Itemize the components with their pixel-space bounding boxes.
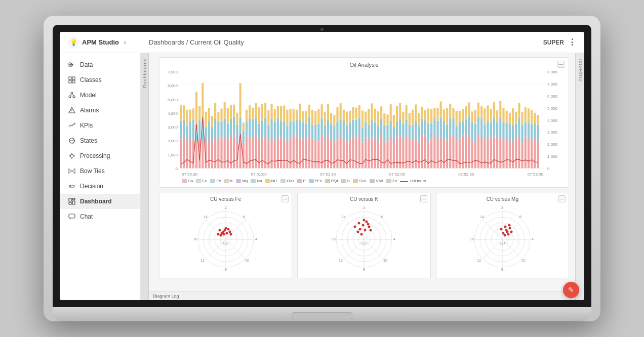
svg-rect-295	[449, 136, 451, 168]
svg-rect-174	[320, 104, 323, 118]
svg-rect-316	[471, 141, 473, 168]
svg-rect-192	[340, 103, 342, 119]
svg-rect-113	[258, 123, 260, 139]
svg-rect-263	[415, 121, 417, 137]
svg-rect-344	[499, 117, 501, 137]
sidebar-item-bowties[interactable]: Bow Ties	[60, 163, 140, 179]
svg-rect-313	[468, 136, 470, 168]
svg-rect-298	[452, 136, 454, 168]
svg-point-11	[71, 112, 72, 112]
svg-rect-185	[333, 126, 335, 141]
svg-rect-368	[525, 122, 527, 137]
svg-rect-48	[189, 110, 191, 121]
sidebar-item-chat[interactable]: Chat	[60, 209, 140, 224]
svg-point-440	[364, 229, 366, 232]
svg-rect-309	[462, 109, 464, 121]
svg-rect-182	[330, 124, 332, 140]
svg-rect-346	[502, 140, 504, 168]
svg-rect-257	[409, 125, 411, 140]
svg-rect-147	[293, 109, 295, 122]
svg-rect-345	[499, 101, 501, 117]
svg-rect-318	[471, 111, 473, 121]
svg-rect-70	[214, 137, 216, 168]
sidebar-item-model[interactable]: Model	[60, 88, 140, 103]
svg-rect-363	[518, 103, 520, 118]
svg-rect-140	[286, 126, 288, 141]
svg-rect-352	[509, 141, 511, 168]
svg-rect-167	[314, 124, 316, 139]
svg-rect-180	[327, 104, 329, 120]
radar-minimize-fe[interactable]: —	[281, 195, 289, 202]
svg-rect-200	[349, 122, 351, 140]
more-menu-button[interactable]: ⋮	[568, 37, 576, 47]
bar-chart-area	[180, 70, 545, 171]
svg-rect-60	[202, 83, 204, 122]
processing-icon	[68, 152, 76, 160]
svg-rect-228	[377, 111, 379, 125]
svg-rect-258	[409, 113, 411, 125]
svg-line-9	[72, 94, 74, 96]
svg-rect-236	[386, 125, 388, 142]
dashboards-tab[interactable]: Dashboards	[141, 53, 149, 300]
svg-rect-119	[264, 117, 266, 136]
svg-rect-93	[236, 113, 238, 125]
svg-rect-350	[506, 122, 508, 138]
svg-point-404	[223, 229, 226, 232]
radar-minimize-k[interactable]: —	[420, 195, 427, 202]
svg-rect-212	[361, 127, 364, 142]
svg-rect-356	[512, 125, 514, 141]
sidebar-item-states[interactable]: States	[60, 133, 140, 148]
svg-rect-260	[412, 125, 414, 140]
oil-chart-minimize[interactable]: —	[557, 61, 565, 68]
svg-rect-52	[195, 141, 197, 168]
fab-edit-button[interactable]: ✎	[563, 282, 579, 298]
svg-rect-364	[521, 143, 524, 168]
sidebar-item-decision[interactable]: Decision	[60, 179, 140, 194]
svg-rect-161	[308, 117, 310, 136]
svg-rect-154	[302, 139, 304, 168]
svg-point-405	[217, 233, 219, 236]
sidebar-item-classes[interactable]: Classes	[60, 72, 140, 88]
svg-rect-155	[302, 122, 304, 140]
svg-text:2: 2	[363, 206, 365, 209]
sidebar-item-processing[interactable]: Processing	[60, 148, 140, 163]
data-icon	[68, 61, 76, 69]
chevron-icon[interactable]: ‹	[124, 39, 126, 46]
svg-text:12: 12	[200, 259, 205, 262]
svg-rect-231	[380, 106, 382, 119]
svg-rect-335	[490, 122, 492, 139]
svg-rect-64	[208, 140, 210, 168]
svg-rect-112	[258, 139, 260, 168]
svg-rect-233	[383, 126, 385, 141]
svg-rect-130	[277, 138, 279, 168]
svg-rect-104	[249, 119, 251, 137]
svg-rect-88	[233, 135, 235, 168]
svg-rect-193	[343, 140, 345, 168]
legend-pqi: PQI	[325, 179, 338, 183]
svg-rect-205	[355, 138, 357, 168]
svg-rect-86	[230, 119, 232, 136]
svg-rect-360	[515, 112, 517, 124]
sidebar-label-decision: Decision	[80, 183, 103, 190]
svg-rect-38	[180, 121, 182, 140]
svg-rect-354	[509, 113, 511, 124]
sidebar-item-kpis[interactable]: KPIs	[60, 118, 140, 133]
radar-minimize-mg[interactable]: —	[558, 195, 566, 202]
radar-chart-fe: 2 8 16 4 14 6 12 10	[163, 204, 289, 275]
svg-rect-137	[283, 121, 285, 140]
bowties-icon	[68, 167, 76, 175]
svg-rect-3	[69, 80, 71, 83]
svg-rect-168	[314, 111, 316, 124]
svg-rect-201	[349, 111, 351, 122]
svg-rect-341	[496, 121, 498, 138]
svg-rect-375	[531, 110, 533, 124]
sidebar-item-alarms[interactable]: Alarms	[60, 103, 140, 118]
sidebar-item-data[interactable]: Data	[60, 57, 140, 72]
svg-rect-108	[252, 108, 254, 119]
svg-rect-99	[243, 122, 245, 131]
svg-point-409	[225, 232, 228, 235]
sidebar-item-dashboard[interactable]: Dashboard	[60, 194, 140, 209]
svg-rect-204	[352, 107, 354, 120]
svg-rect-372	[528, 108, 530, 122]
legend-p: P	[297, 179, 305, 183]
